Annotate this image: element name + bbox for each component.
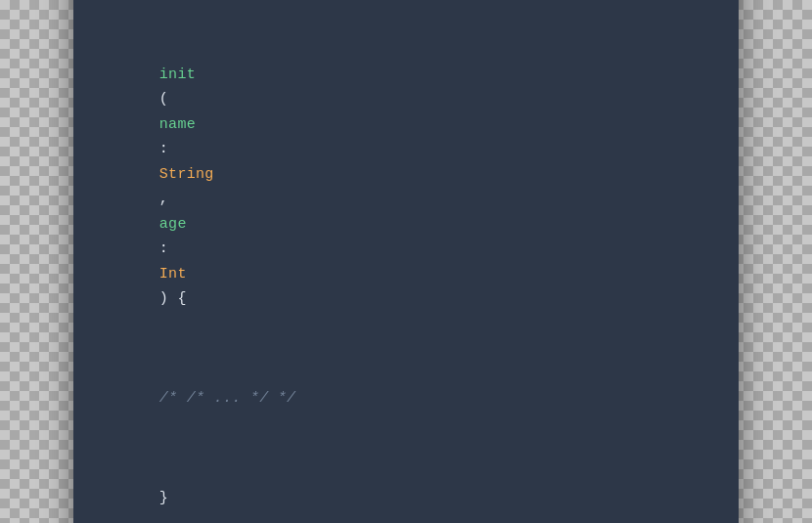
param-type-string: String xyxy=(159,166,214,183)
line-init: init ( name : String , age : Int ) { xyxy=(105,13,707,337)
comment-placeholder: /* /* ... */ */ xyxy=(159,390,296,407)
line-close-init: } xyxy=(105,436,707,523)
code-block: import Foundation @objc class Person : E… xyxy=(73,0,739,523)
line-comment-placeholder: /* /* ... */ */ xyxy=(105,336,707,436)
code-window: import Foundation @objc class Person : E… xyxy=(73,0,739,523)
keyword-init: init xyxy=(159,66,196,83)
param-name-label: name xyxy=(159,116,196,133)
param-type-int: Int xyxy=(159,266,187,283)
param-age-label: age xyxy=(159,216,187,233)
blank-line-2 xyxy=(105,0,707,13)
